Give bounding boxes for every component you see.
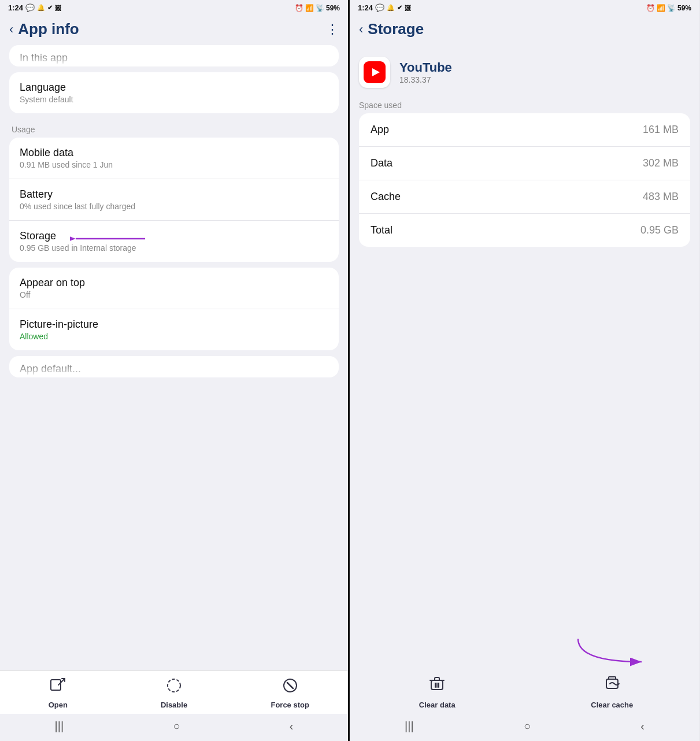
recents-icon-right[interactable]: ||| [405, 720, 414, 733]
app-storage-label: App [371, 124, 389, 136]
signal-icon: 📡 [316, 4, 324, 12]
disable-label: Disable [161, 701, 187, 709]
youtube-app-info: YouTube 18.33.37 [399, 60, 452, 84]
force-stop-button[interactable]: Force stop [232, 677, 348, 709]
youtube-name: YouTube [399, 60, 452, 75]
space-used-label: Space used [350, 98, 699, 113]
back-button-right[interactable]: ‹ [359, 22, 363, 37]
disable-icon [165, 677, 183, 698]
recents-icon-left[interactable]: ||| [55, 720, 64, 733]
permissions-card: Appear on top Off Picture-in-picture All… [9, 268, 339, 350]
wifi-icon-r: 📶 [657, 4, 665, 12]
status-icons-left: ⏰ 📶 📡 59% [295, 4, 340, 12]
language-item[interactable]: Language System default [9, 72, 339, 113]
left-panel: 1:24 💬 🔔 ✔ 🖼 ⏰ 📶 📡 59% ‹ App info ⋮ In t… [0, 0, 350, 741]
pip-item[interactable]: Picture-in-picture Allowed [9, 309, 339, 350]
data-storage-row: Data 302 MB [359, 147, 690, 180]
pip-title: Picture-in-picture [20, 318, 328, 331]
partial-bottom-card: App default... [9, 356, 339, 377]
right-panel-content: YouTube 18.33.37 Space used App 161 MB D… [350, 45, 699, 741]
notification-icon: 🔔 [37, 4, 45, 12]
appear-on-top-item[interactable]: Appear on top Off [9, 268, 339, 309]
mobile-data-item[interactable]: Mobile data 0.91 MB used since 1 Jun [9, 138, 339, 179]
gallery-icon: 🖼 [55, 5, 61, 12]
battery-item[interactable]: Battery 0% used since last fully charged [9, 179, 339, 221]
whatsapp-icon-r: 💬 [375, 3, 384, 12]
in-this-app-item: In this app [9, 45, 339, 66]
svg-rect-2 [51, 680, 61, 690]
back-icon-left[interactable]: ‹ [290, 720, 294, 733]
bottom-actions-right: Clear data Clear cache [350, 668, 699, 714]
mobile-data-subtitle: 0.91 MB used since 1 Jun [20, 160, 328, 169]
battery-right: 59% [677, 4, 691, 12]
page-title-left: App info [18, 20, 326, 38]
force-stop-icon [282, 677, 299, 698]
spacer [350, 253, 699, 633]
clear-cache-label: Clear cache [591, 701, 633, 709]
back-button-left[interactable]: ‹ [9, 22, 13, 37]
in-this-app-card: In this app [9, 45, 339, 66]
app-info-row: YouTube 18.33.37 [350, 45, 699, 98]
left-panel-content: In this app Language System default Usag… [0, 45, 348, 670]
status-bar-right: 1:24 💬 🔔 ✔ 🖼 ⏰ 📶 📡 59% [350, 0, 699, 14]
page-title-right: Storage [368, 20, 690, 38]
language-card[interactable]: Language System default [9, 72, 339, 113]
back-icon-right[interactable]: ‹ [640, 720, 645, 733]
app-storage-value: 161 MB [643, 124, 679, 136]
pip-value: Allowed [20, 332, 328, 341]
battery-title: Battery [20, 188, 328, 201]
notification-icon-r: 🔔 [387, 4, 395, 12]
signal-icon-r: 📡 [667, 4, 676, 12]
disable-button[interactable]: Disable [116, 677, 232, 709]
home-icon-left[interactable]: ○ [173, 720, 180, 733]
status-icons-right: ⏰ 📶 📡 59% [646, 4, 691, 12]
youtube-version: 18.33.37 [399, 75, 452, 84]
clear-data-icon [428, 675, 446, 697]
storage-details-card: App 161 MB Data 302 MB Cache 483 MB Tota… [359, 113, 690, 247]
status-time-left: 1:24 💬 🔔 ✔ 🖼 [8, 3, 61, 12]
open-label: Open [49, 701, 68, 709]
svg-point-4 [168, 679, 180, 692]
total-storage-label: Total [371, 224, 392, 236]
data-storage-value: 302 MB [643, 157, 679, 169]
language-title: Language [20, 81, 328, 94]
svg-rect-15 [606, 679, 618, 688]
app-storage-row: App 161 MB [359, 113, 690, 147]
header-left: ‹ App info ⋮ [0, 14, 348, 45]
time-right: 1:24 [358, 3, 373, 12]
total-storage-row: Total 0.95 GB [359, 214, 690, 247]
status-bar-left: 1:24 💬 🔔 ✔ 🖼 ⏰ 📶 📡 59% [0, 0, 348, 14]
battery-left: 59% [326, 4, 340, 12]
cache-storage-label: Cache [371, 191, 401, 203]
storage-subtitle: 0.95 GB used in Internal storage [20, 243, 328, 253]
whatsapp-icon: 💬 [25, 3, 35, 12]
system-nav-left: ||| ○ ‹ [0, 714, 348, 741]
storage-item[interactable]: Storage 0.95 GB used in Internal storage [9, 221, 339, 262]
appear-on-top-value: Off [20, 290, 328, 299]
cache-storage-value: 483 MB [643, 191, 679, 203]
appear-on-top-title: Appear on top [20, 277, 328, 289]
clear-cache-icon [603, 675, 621, 697]
right-panel: 1:24 💬 🔔 ✔ 🖼 ⏰ 📶 📡 59% ‹ Storage [350, 0, 699, 741]
clear-data-button[interactable]: Clear data [350, 675, 525, 709]
svg-line-6 [287, 683, 293, 688]
home-icon-right[interactable]: ○ [524, 720, 531, 733]
language-subtitle: System default [20, 95, 328, 104]
status-time-right: 1:24 💬 🔔 ✔ 🖼 [358, 3, 411, 12]
usage-section-label: Usage [9, 119, 339, 138]
storage-title: Storage [20, 230, 328, 242]
partial-bottom-item: App default... [9, 356, 339, 377]
battery-subtitle: 0% used since last fully charged [20, 202, 328, 211]
mobile-data-title: Mobile data [20, 147, 328, 159]
alarm-icon-r: ⏰ [646, 4, 655, 12]
cache-storage-row: Cache 483 MB [359, 180, 690, 214]
header-right: ‹ Storage [350, 14, 699, 45]
open-button[interactable]: Open [0, 677, 116, 709]
clear-data-label: Clear data [419, 701, 455, 709]
usage-card: Mobile data 0.91 MB used since 1 Jun Bat… [9, 138, 339, 262]
force-stop-label: Force stop [271, 701, 309, 709]
alarm-icon: ⏰ [295, 4, 303, 12]
total-storage-value: 0.95 GB [640, 224, 679, 236]
clear-cache-button[interactable]: Clear cache [525, 675, 700, 709]
more-options-left[interactable]: ⋮ [326, 22, 339, 37]
